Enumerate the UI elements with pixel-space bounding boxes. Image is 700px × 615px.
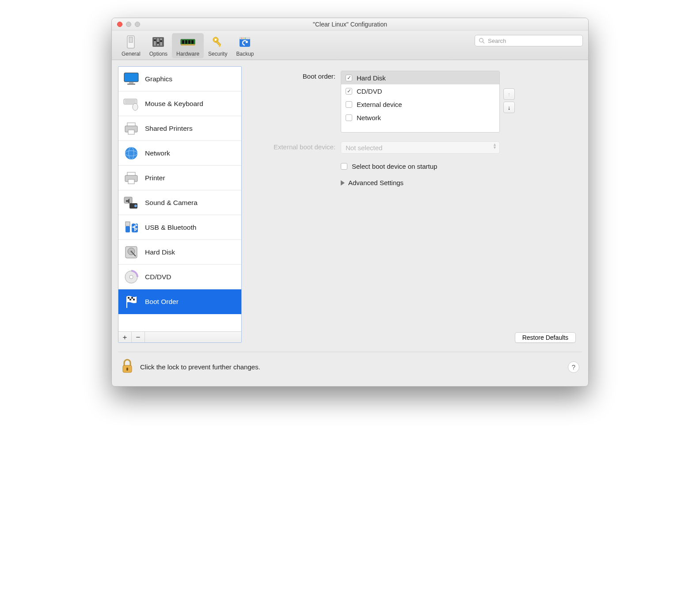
tab-options-label: Options — [149, 51, 167, 57]
remove-device-button[interactable]: − — [132, 332, 145, 342]
toolbar: General Options Hardware Security — [112, 30, 588, 60]
boot-item-checkbox[interactable] — [346, 75, 352, 81]
reorder-controls: ↑ ↓ — [503, 88, 515, 113]
sidebar-item-usb-bluetooth[interactable]: USB & Bluetooth — [118, 215, 241, 240]
sound-camera-icon — [123, 194, 140, 211]
usb-bluetooth-icon — [123, 219, 140, 236]
tab-backup[interactable]: Backup — [232, 33, 258, 58]
svg-rect-57 — [129, 299, 131, 300]
select-on-startup-label: Select boot device on startup — [352, 163, 437, 170]
checkered-flag-icon — [123, 293, 140, 310]
boot-item-checkbox[interactable] — [346, 88, 352, 95]
hardware-sidebar: Graphics Mouse & Keyboard Shared Printer… — [118, 66, 242, 343]
svg-rect-36 — [128, 130, 134, 134]
lock-text: Click the lock to prevent further change… — [140, 363, 260, 371]
sidebar-list: Graphics Mouse & Keyboard Shared Printer… — [118, 67, 241, 331]
boot-item-checkbox[interactable] — [346, 101, 352, 108]
svg-rect-56 — [131, 297, 133, 299]
boot-item-checkbox[interactable] — [346, 114, 352, 121]
disclosure-triangle-icon — [341, 180, 345, 186]
svg-rect-10 — [182, 40, 184, 44]
stepper-icon: ▲▼ — [493, 143, 497, 149]
sidebar-item-boot-order[interactable]: Boot Order — [118, 289, 241, 314]
svg-rect-42 — [128, 179, 134, 184]
sliders-icon — [150, 34, 166, 50]
svg-rect-6 — [154, 39, 156, 41]
svg-point-16 — [215, 39, 217, 41]
boot-item-label: CD/DVD — [357, 87, 382, 95]
sidebar-item-label: CD/DVD — [145, 273, 171, 281]
globe-icon — [123, 145, 140, 162]
sidebar-item-label: Graphics — [145, 75, 172, 83]
sidebar-item-label: Shared Printers — [145, 125, 193, 133]
switch-icon — [123, 34, 139, 50]
tab-security[interactable]: Security — [204, 33, 232, 58]
search-input[interactable] — [487, 37, 579, 45]
svg-rect-1 — [129, 37, 133, 42]
sidebar-item-label: Sound & Camera — [145, 199, 198, 207]
sidebar-item-label: Printer — [145, 174, 165, 182]
advanced-settings-label: Advanced Settings — [348, 179, 403, 186]
search-icon — [479, 38, 485, 44]
tab-general-label: General — [122, 51, 141, 57]
select-on-startup-row[interactable]: Select boot device on startup — [341, 163, 437, 170]
sidebar-item-label: Boot Order — [145, 298, 179, 306]
key-icon — [210, 34, 226, 50]
svg-point-37 — [125, 147, 137, 159]
help-button[interactable]: ? — [568, 361, 579, 373]
disc-icon — [123, 269, 140, 285]
lock-icon[interactable] — [121, 358, 134, 376]
external-boot-value: Not selected — [346, 144, 382, 152]
boot-item-hard-disk[interactable]: Hard Disk — [341, 71, 499, 84]
content-area: Graphics Mouse & Keyboard Shared Printer… — [112, 60, 588, 343]
svg-point-53 — [129, 275, 133, 279]
sidebar-item-label: Network — [145, 149, 170, 157]
sidebar-item-network[interactable]: Network — [118, 141, 241, 166]
tab-backup-label: Backup — [236, 51, 254, 57]
move-up-button[interactable]: ↑ — [503, 88, 515, 100]
boot-item-external[interactable]: External device — [341, 98, 499, 111]
svg-rect-11 — [185, 40, 187, 44]
sidebar-item-graphics[interactable]: Graphics — [118, 67, 241, 91]
boot-item-label: External device — [357, 101, 402, 108]
sidebar-item-shared-printers[interactable]: Shared Printers — [118, 116, 241, 141]
boot-item-network[interactable]: Network — [341, 111, 499, 124]
hard-disk-icon — [123, 244, 140, 261]
search-field[interactable] — [475, 35, 583, 46]
external-boot-label: External boot device: — [252, 141, 341, 151]
svg-rect-47 — [126, 226, 130, 232]
svg-point-23 — [245, 38, 246, 38]
arrow-down-icon: ↓ — [508, 104, 511, 111]
sidebar-item-sound-camera[interactable]: Sound & Camera — [118, 190, 241, 215]
svg-point-33 — [133, 103, 138, 110]
svg-rect-46 — [126, 222, 130, 226]
backup-icon — [237, 34, 253, 50]
move-down-button[interactable]: ↓ — [503, 102, 515, 113]
sidebar-item-mouse-keyboard[interactable]: Mouse & Keyboard — [118, 91, 241, 116]
sidebar-item-cd-dvd[interactable]: CD/DVD — [118, 265, 241, 289]
restore-defaults-button[interactable]: Restore Defaults — [515, 332, 576, 343]
sidebar-item-printer[interactable]: Printer — [118, 166, 241, 190]
advanced-settings-toggle[interactable]: Advanced Settings — [341, 179, 403, 186]
monitor-icon — [123, 71, 140, 87]
sidebar-item-label: Mouse & Keyboard — [145, 100, 203, 108]
boot-order-list[interactable]: Hard Disk CD/DVD External device Ne — [341, 71, 500, 133]
svg-point-22 — [243, 38, 244, 38]
memory-chip-icon — [180, 34, 196, 50]
svg-rect-13 — [191, 40, 194, 44]
titlebar: "Clear Linux" Configuration — [112, 18, 588, 30]
svg-rect-7 — [157, 42, 159, 44]
add-device-button[interactable]: + — [118, 332, 132, 342]
lock-bar: Click the lock to prevent further change… — [118, 352, 582, 380]
tab-hardware[interactable]: Hardware — [172, 33, 204, 58]
select-on-startup-checkbox[interactable] — [341, 163, 347, 170]
tab-options[interactable]: Options — [145, 33, 172, 58]
sidebar-item-hard-disk[interactable]: Hard Disk — [118, 240, 241, 265]
boot-item-label: Network — [357, 114, 381, 121]
svg-rect-8 — [160, 40, 162, 42]
tab-general[interactable]: General — [117, 33, 145, 58]
configuration-window: "Clear Linux" Configuration General Opti… — [111, 18, 589, 387]
printer-icon — [123, 170, 140, 186]
sidebar-item-label: USB & Bluetooth — [145, 224, 196, 232]
boot-item-cd-dvd[interactable]: CD/DVD — [341, 84, 499, 98]
